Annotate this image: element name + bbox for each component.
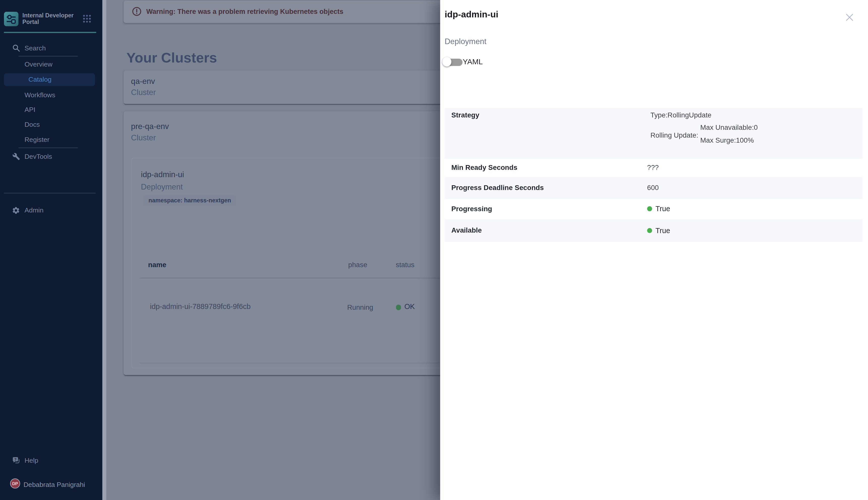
sidebar-item-label: DevTools xyxy=(24,152,52,160)
max-unavailable-value: Max Unavailable:0 xyxy=(700,123,758,132)
svg-text:?: ? xyxy=(14,457,16,461)
detail-row-available: Available True xyxy=(445,219,863,242)
sidebar-item-label: Overview xyxy=(24,60,53,68)
user-name[interactable]: Debabrata Panigrahi xyxy=(23,480,85,488)
yaml-toggle[interactable] xyxy=(441,57,463,67)
pod-status-cell: OK xyxy=(404,303,415,311)
available-value: True xyxy=(655,226,670,235)
sidebar-item-label: API xyxy=(24,105,35,113)
apps-grid-icon[interactable] xyxy=(83,15,91,25)
detail-row-min-ready-seconds: Min Ready Seconds ??? xyxy=(445,159,863,177)
page-title: Your Clusters xyxy=(126,51,217,65)
rolling-update-label: Rolling Update: xyxy=(650,130,698,139)
sidebar-item-overview[interactable]: Overview xyxy=(0,58,102,71)
app-root: Internal Developer Portal Search Overvie… xyxy=(0,0,868,500)
detail-label: Strategy xyxy=(452,110,479,119)
sidebar-item-catalog[interactable]: Catalog xyxy=(4,73,95,87)
pod-name-cell: idp-admin-ui-7889789fc6-9f6cb xyxy=(150,303,251,311)
sidebar-item-help[interactable]: ? Help xyxy=(0,454,102,467)
sidebar-item-search[interactable]: Search xyxy=(0,41,102,55)
avatar[interactable]: DP xyxy=(10,478,20,488)
deployment-details-table: Strategy Type:RollingUpdate Rolling Upda… xyxy=(445,107,863,242)
search-icon xyxy=(12,44,20,52)
sidebar-item-register[interactable]: Register xyxy=(0,133,102,146)
sidebar-item-label: Admin xyxy=(24,206,43,214)
namespace-chip: namespace: harness-nextgen xyxy=(144,195,236,205)
details-drawer: idp-admin-ui Deployment YAML Strategy Ty… xyxy=(440,0,868,500)
sidebar-item-workflows[interactable]: Workflows xyxy=(0,88,102,101)
toggle-thumb xyxy=(442,57,452,66)
sidebar-item-label: Catalog xyxy=(29,76,52,83)
sidebar-item-label: Workflows xyxy=(24,91,55,99)
help-chat-icon: ? xyxy=(12,456,20,465)
warning-banner-text: Warning: There was a problem retrieving … xyxy=(146,8,344,16)
drawer-title: idp-admin-ui xyxy=(445,9,498,19)
detail-label: Available xyxy=(452,219,482,242)
namespace-chip-label: namespace: harness-nextgen xyxy=(148,197,231,204)
sidebar-divider xyxy=(19,56,78,56)
progress-deadline-value: 600 xyxy=(647,177,659,199)
sidebar-accent-rule xyxy=(4,32,96,33)
drawer-subtitle: Deployment xyxy=(445,37,487,45)
yaml-toggle-label: YAML xyxy=(463,58,483,66)
detail-label: Min Ready Seconds xyxy=(452,159,518,177)
min-ready-value: ??? xyxy=(647,159,659,177)
sidebar: Internal Developer Portal Search Overvie… xyxy=(0,0,102,500)
status-dot-ok xyxy=(647,228,652,233)
sidebar-item-label: Docs xyxy=(24,121,40,128)
column-header-name: name xyxy=(148,260,166,269)
sidebar-item-admin[interactable]: Admin xyxy=(0,203,102,217)
sidebar-divider xyxy=(19,147,78,148)
status-dot-ok xyxy=(396,305,401,310)
workload-kind: Deployment xyxy=(141,182,183,192)
avatar-initials: DP xyxy=(12,481,18,486)
brand-title: Internal Developer Portal xyxy=(22,12,81,26)
detail-row-progressing: Progressing True xyxy=(445,199,863,219)
detail-label: Progressing xyxy=(452,199,492,219)
sidebar-scrollbar[interactable] xyxy=(102,0,106,500)
close-icon xyxy=(846,13,853,23)
cluster-kind: Cluster xyxy=(131,133,156,143)
wrench-icon xyxy=(12,152,20,160)
column-header-phase: phase xyxy=(348,260,367,269)
status-dot-ok xyxy=(647,206,652,212)
progressing-value: True xyxy=(655,205,670,213)
detail-label: Progress Deadline Seconds xyxy=(452,177,544,199)
sidebar-item-devtools[interactable]: DevTools xyxy=(0,150,102,163)
strategy-type-value: Type:RollingUpdate xyxy=(650,110,711,119)
sidebar-divider xyxy=(4,193,96,193)
column-header-status: status xyxy=(396,260,414,269)
workload-name: idp-admin-ui xyxy=(141,170,184,180)
cluster-name: pre-qa-env xyxy=(131,122,169,131)
detail-row-strategy: Strategy Type:RollingUpdate Rolling Upda… xyxy=(445,107,863,159)
sidebar-item-label: Register xyxy=(24,136,49,144)
sidebar-item-api[interactable]: API xyxy=(0,103,102,116)
pod-phase-cell: Running xyxy=(347,303,373,312)
idp-logo-icon xyxy=(4,12,19,26)
alert-circle-icon xyxy=(132,7,142,19)
gear-icon xyxy=(12,206,20,214)
cluster-name: qa-env xyxy=(131,76,155,86)
sidebar-item-docs[interactable]: Docs xyxy=(0,118,102,131)
cluster-kind: Cluster xyxy=(131,88,156,97)
detail-row-progress-deadline-seconds: Progress Deadline Seconds 600 xyxy=(445,177,863,199)
max-surge-value: Max Surge:100% xyxy=(700,136,754,145)
sidebar-item-label: Search xyxy=(24,44,46,52)
sidebar-item-label: Help xyxy=(24,457,38,465)
close-button[interactable] xyxy=(842,11,857,26)
